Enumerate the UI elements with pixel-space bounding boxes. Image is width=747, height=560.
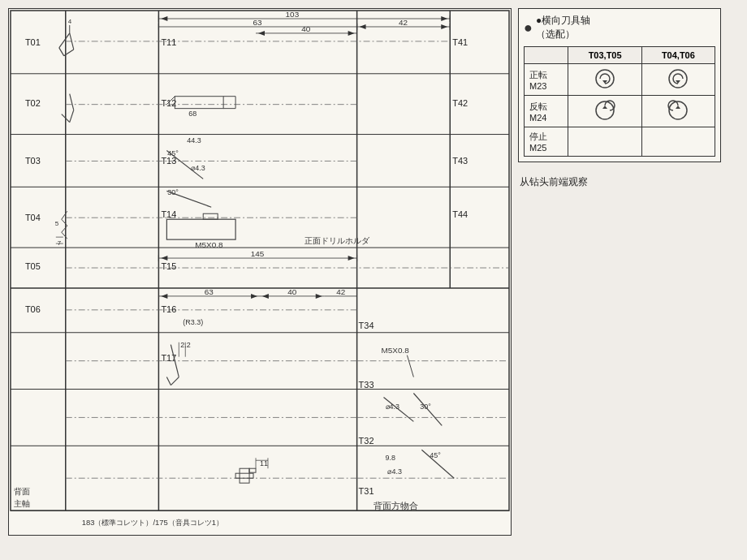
svg-text:正面ドリルホルダ: 正面ドリルホルダ [304,236,370,245]
rotation-symbol [594,67,616,90]
table-row-label: 反転 M24 [525,96,568,127]
svg-text:T44: T44 [452,209,468,219]
table-row-label: 停止 M25 [525,127,568,157]
svg-text:⌀4.3: ⌀4.3 [387,467,401,476]
svg-point-162 [669,70,687,88]
svg-text:T05: T05 [25,261,41,271]
lateral-tool-info: ● ●横向刀具轴 （选配） T03,T05 T04,T06 正転 M23反転 M… [518,8,721,162]
svg-text:T34: T34 [359,321,374,330]
svg-text:40: 40 [301,24,311,33]
svg-text:T32: T32 [359,436,374,446]
table-row-symbol [641,96,715,127]
svg-text:63: 63 [205,287,214,296]
svg-text:T31: T31 [359,486,374,496]
svg-text:145: 145 [251,249,265,258]
col-empty [525,47,568,64]
svg-text:T43: T43 [452,156,468,166]
svg-text:T03: T03 [25,156,41,166]
svg-text:42: 42 [336,287,346,296]
svg-text:7: 7 [58,239,62,247]
right-panel: ● ●横向刀具轴 （选配） T03,T05 T04,T06 正転 M23反転 M… [518,8,721,536]
svg-text:T01: T01 [25,37,41,47]
observation-label: 从钻头前端观察 [520,176,588,187]
svg-text:(R3.3): (R3.3) [183,318,203,326]
svg-text:63: 63 [253,18,262,27]
svg-text:T33: T33 [359,380,374,390]
svg-text:T42: T42 [452,98,468,108]
svg-text:40: 40 [287,287,297,296]
svg-marker-165 [602,106,607,109]
svg-text:103: 103 [286,10,300,19]
svg-text:45°: 45° [167,149,179,157]
tool-rotation-table: T03,T05 T04,T06 正転 M23反転 M24停止 M25 [524,46,715,157]
table-row-symbol [568,64,641,96]
table-row-symbol [641,127,715,157]
svg-text:T16: T16 [161,304,176,314]
lateral-axis-label: ●横向刀具轴 （选配） [536,14,590,41]
table-row-symbol [568,127,641,157]
svg-text:5: 5 [55,220,59,227]
rotation-symbol [594,99,616,122]
svg-point-160 [596,70,614,88]
svg-text:⌀4.3: ⌀4.3 [191,164,205,172]
svg-text:M5X0.8: M5X0.8 [382,346,410,355]
svg-text:9.8: 9.8 [386,454,395,462]
svg-rect-14 [11,11,509,510]
col-T0406: T04,T06 [641,47,715,64]
svg-text:T41: T41 [452,37,468,47]
svg-text:68: 68 [188,110,196,118]
svg-text:30°: 30° [167,188,179,196]
svg-text:背面方物合: 背面方物合 [374,501,418,510]
svg-text:T11: T11 [161,37,176,47]
svg-text:T15: T15 [161,261,176,271]
svg-text:T02: T02 [25,98,41,108]
drawing-area: T01 T02 T03 T04 T05 T06 T11 T12 T13 T14 … [8,8,512,536]
svg-text:T06: T06 [25,304,41,314]
rotation-symbol [667,99,689,122]
svg-text:183（標準コレツト）/175（音具コレツ1）: 183（標準コレツト）/175（音具コレツ1） [82,518,223,527]
svg-text:11: 11 [260,459,268,467]
svg-text:42: 42 [399,18,408,27]
technical-drawing-svg: T01 T02 T03 T04 T05 T06 T11 T12 T13 T14 … [9,9,511,535]
table-row-symbol [568,96,641,127]
main-container: T01 T02 T03 T04 T05 T06 T11 T12 T13 T14 … [8,8,723,548]
svg-text:4: 4 [68,18,72,25]
svg-text:T14: T14 [161,209,176,219]
svg-text:主軸: 主軸 [14,499,30,508]
table-row-label: 正転 M23 [525,64,568,96]
col-T0305: T03,T05 [568,47,641,64]
svg-text:T04: T04 [25,213,41,222]
svg-text:44.3: 44.3 [187,136,201,144]
svg-marker-167 [676,106,680,109]
observation-note: 从钻头前端观察 [518,169,721,194]
rotation-symbol [667,67,689,90]
svg-text:M5X0.8: M5X0.8 [195,240,223,249]
svg-text:背面: 背面 [14,487,30,496]
table-row-symbol [641,64,715,96]
